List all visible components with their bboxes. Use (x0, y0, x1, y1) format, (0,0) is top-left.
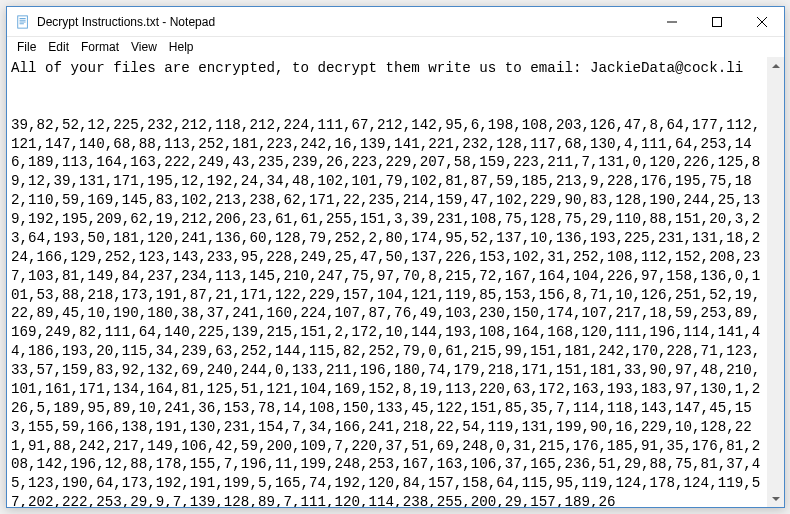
notepad-icon (15, 14, 31, 30)
menu-edit[interactable]: Edit (42, 39, 75, 55)
minimize-button[interactable] (649, 7, 694, 36)
notepad-window: Decrypt Instructions.txt - Notepad File … (6, 6, 785, 508)
titlebar: Decrypt Instructions.txt - Notepad (7, 7, 784, 37)
svg-marker-9 (772, 64, 780, 68)
text-editor[interactable]: All of your files are encrypted, to decr… (7, 57, 767, 507)
menu-help[interactable]: Help (163, 39, 200, 55)
scroll-down-arrow[interactable] (768, 490, 784, 507)
close-button[interactable] (739, 7, 784, 36)
menu-file[interactable]: File (11, 39, 42, 55)
window-title: Decrypt Instructions.txt - Notepad (37, 15, 649, 29)
scroll-track[interactable] (768, 74, 784, 490)
svg-marker-10 (772, 497, 780, 501)
scroll-up-arrow[interactable] (768, 57, 784, 74)
vertical-scrollbar[interactable] (767, 57, 784, 507)
svg-rect-6 (712, 17, 721, 26)
content-area: All of your files are encrypted, to decr… (7, 57, 784, 507)
window-controls (649, 7, 784, 36)
menu-view[interactable]: View (125, 39, 163, 55)
menubar: File Edit Format View Help (7, 37, 784, 57)
menu-format[interactable]: Format (75, 39, 125, 55)
maximize-button[interactable] (694, 7, 739, 36)
